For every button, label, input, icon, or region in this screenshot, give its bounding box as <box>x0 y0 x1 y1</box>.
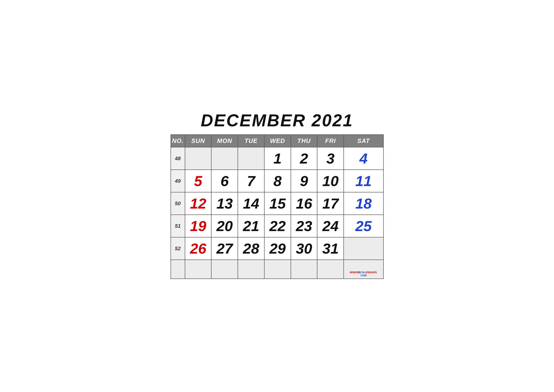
day-cell-31: 31 <box>317 237 344 260</box>
day-cell-16: 16 <box>291 192 317 215</box>
day-cell-27: 27 <box>211 237 238 260</box>
day-cell-9: 9 <box>291 170 317 192</box>
day-cell-18: 18 <box>344 192 383 215</box>
empty-no-cell <box>171 260 185 279</box>
sun-header: SUN <box>185 135 212 147</box>
day-cell-15: 15 <box>264 192 291 215</box>
week-row-52: 52262728293031 <box>171 237 383 260</box>
day-cell-6: 6 <box>211 170 238 192</box>
day-cell-13: 13 <box>211 192 238 215</box>
empty-row-final: WHENISCALENDARS. COM <box>171 260 383 279</box>
empty-day-cell-4 <box>291 260 317 279</box>
week-row-50: 5012131415161718 <box>171 192 383 215</box>
sat-header: SAT <box>344 135 383 147</box>
day-cell-empty <box>344 237 383 260</box>
calendar-table: NO. SUN MON TUE WED THU FRI SAT 48123449… <box>171 134 384 279</box>
calendar-title: DECEMBER 2021 <box>171 111 384 130</box>
day-cell-3: 3 <box>317 147 344 170</box>
empty-day-cell-2 <box>238 260 264 279</box>
wed-header: WED <box>264 135 291 147</box>
week-number-52: 52 <box>171 237 185 260</box>
day-cell-25: 25 <box>344 215 383 237</box>
day-cell-23: 23 <box>291 215 317 237</box>
day-cell-28: 28 <box>238 237 264 260</box>
week-number-48: 48 <box>171 147 185 170</box>
day-cell-20: 20 <box>211 215 238 237</box>
header-row: NO. SUN MON TUE WED THU FRI SAT <box>171 135 383 147</box>
day-cell-21: 21 <box>238 215 264 237</box>
day-cell-5: 5 <box>185 170 212 192</box>
week-number-50: 50 <box>171 192 185 215</box>
day-cell-26: 26 <box>185 237 212 260</box>
week-row-49: 49567891011 <box>171 170 383 192</box>
empty-day-cell-3 <box>264 260 291 279</box>
fri-header: FRI <box>317 135 344 147</box>
watermark-cell[interactable]: WHENISCALENDARS. COM <box>344 260 383 279</box>
tue-header: TUE <box>238 135 264 147</box>
day-cell-2: 2 <box>291 147 317 170</box>
day-cell-24: 24 <box>317 215 344 237</box>
week-number-51: 51 <box>171 215 185 237</box>
day-cell-10: 10 <box>317 170 344 192</box>
day-cell-1: 1 <box>264 147 291 170</box>
day-cell-22: 22 <box>264 215 291 237</box>
calendar-body: 4812344956789101150121314151617185119202… <box>171 147 383 279</box>
day-cell-19: 19 <box>185 215 212 237</box>
watermark-text: WHENISCALENDARS. COM <box>344 271 383 277</box>
empty-day-cell-0 <box>185 260 212 279</box>
day-cell-14: 14 <box>238 192 264 215</box>
week-row-51: 5119202122232425 <box>171 215 383 237</box>
day-cell-29: 29 <box>264 237 291 260</box>
day-cell-empty <box>185 147 212 170</box>
day-cell-empty <box>211 147 238 170</box>
day-cell-17: 17 <box>317 192 344 215</box>
day-cell-4: 4 <box>344 147 383 170</box>
week-number-49: 49 <box>171 170 185 192</box>
empty-day-cell-5 <box>317 260 344 279</box>
empty-day-cell-1 <box>211 260 238 279</box>
day-cell-8: 8 <box>264 170 291 192</box>
week-row-48: 481234 <box>171 147 383 170</box>
mon-header: MON <box>211 135 238 147</box>
calendar-container: DECEMBER 2021 NO. SUN MON TUE WED THU FR… <box>163 106 391 286</box>
day-cell-30: 30 <box>291 237 317 260</box>
thu-header: THU <box>291 135 317 147</box>
day-cell-12: 12 <box>185 192 212 215</box>
day-cell-empty <box>238 147 264 170</box>
day-cell-7: 7 <box>238 170 264 192</box>
no-header: NO. <box>171 135 185 147</box>
day-cell-11: 11 <box>344 170 383 192</box>
